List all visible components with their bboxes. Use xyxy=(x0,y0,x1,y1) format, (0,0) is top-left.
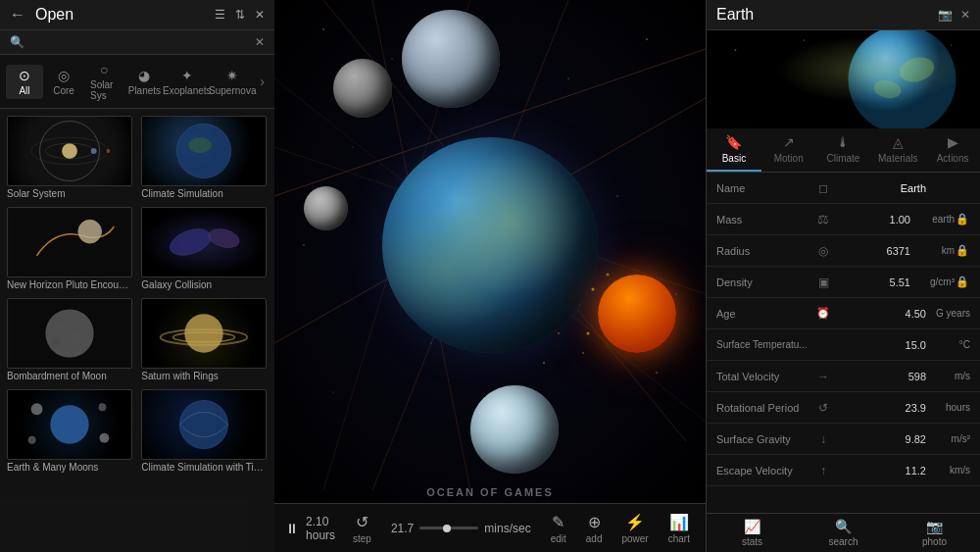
svg-point-17 xyxy=(52,338,60,346)
photo-label: photo xyxy=(922,536,947,547)
scenario-climate-sim[interactable]: Climate Simulation xyxy=(141,116,267,201)
cat-tab-core[interactable]: ◎ Core xyxy=(45,65,82,99)
back-icon[interactable]: ← xyxy=(10,6,25,24)
scenario-label-earth-moons: Earth & Many Moons xyxy=(7,460,132,475)
svg-point-7 xyxy=(189,137,213,153)
tab-climate[interactable]: 🌡 Climate xyxy=(816,128,871,172)
cat-tab-solarsys[interactable]: ○ Solar Sys xyxy=(84,59,123,104)
clear-search-icon[interactable]: ✕ xyxy=(255,35,265,49)
scenario-galaxy[interactable]: Galaxy Collision xyxy=(141,207,267,292)
svg-point-68 xyxy=(804,39,805,40)
btab-photo[interactable]: 📷 photo xyxy=(889,514,980,552)
scenario-saturn[interactable]: Saturn with Rings xyxy=(141,298,267,383)
prop-lock-mass[interactable]: 🔒 xyxy=(955,213,970,226)
scenario-climate2[interactable]: Climate Simulation with Tidally-Locked E… xyxy=(141,389,267,475)
camera-off-icon[interactable]: 📷 xyxy=(938,8,953,22)
pause-button[interactable]: ⏸ xyxy=(284,517,300,540)
svg-point-69 xyxy=(902,59,903,60)
right-panel-title: Earth xyxy=(716,6,938,24)
prop-icon-name: ◻ xyxy=(814,181,832,195)
svg-point-14 xyxy=(45,309,93,357)
scenario-thumb-pluto xyxy=(7,207,132,277)
scenario-label-galaxy: Galaxy Collision xyxy=(141,277,267,292)
edit-label: edit xyxy=(551,533,566,544)
prop-unit-escape-velocity: km/s xyxy=(926,465,970,476)
prop-unit-rotational-period: hours xyxy=(926,402,970,413)
prop-value-total-velocity[interactable]: 598 xyxy=(832,371,926,382)
prop-label-age: Age xyxy=(716,308,814,320)
tab-basic[interactable]: 🔖 Basic xyxy=(707,128,761,172)
tab-materials[interactable]: ◬ Materials xyxy=(870,128,925,172)
basic-tab-label: Basic xyxy=(722,153,746,164)
prop-value-name[interactable]: Earth xyxy=(832,182,926,194)
pin-icon[interactable]: ⇅ xyxy=(235,8,245,22)
scenario-pluto[interactable]: New Horizon Pluto Encounter in 2015 xyxy=(7,207,132,292)
btab-stats[interactable]: 📈 stats xyxy=(707,514,798,552)
planet-moon-top[interactable] xyxy=(402,10,500,108)
svg-point-4 xyxy=(106,149,110,153)
tool-chart[interactable]: 📊 chart xyxy=(668,513,690,544)
svg-point-28 xyxy=(322,28,323,29)
cat-core-icon: ◎ xyxy=(58,68,70,83)
search-input[interactable] xyxy=(30,35,249,49)
svg-point-57 xyxy=(582,352,584,354)
cat-all-label: All xyxy=(19,85,29,96)
cat-tab-all[interactable]: ⊙ All xyxy=(6,65,43,99)
close-left-icon[interactable]: ✕ xyxy=(255,8,265,22)
prop-label-escape-velocity: Escape Velocity xyxy=(716,465,814,477)
cat-tab-exoplanets[interactable]: ✦ Exoplanets xyxy=(165,65,209,99)
planet-gray-tiny[interactable] xyxy=(304,186,348,230)
cat-supernova-icon: ✷ xyxy=(226,68,238,83)
planet-icy[interactable] xyxy=(470,385,559,474)
svg-point-32 xyxy=(646,38,647,39)
step-slider[interactable] xyxy=(419,527,478,529)
tool-add[interactable]: ⊕ add xyxy=(586,513,603,544)
svg-point-58 xyxy=(607,274,610,276)
cat-tab-planets[interactable]: ◕ Planets xyxy=(125,65,163,99)
prop-value-radius[interactable]: 6371 xyxy=(832,245,910,257)
tab-motion[interactable]: ↗ Motion xyxy=(761,128,816,172)
edit-icon: ✎ xyxy=(552,513,564,531)
planet-fire[interactable] xyxy=(598,275,676,353)
tool-edit[interactable]: ✎ edit xyxy=(551,513,566,544)
prop-lock-radius[interactable]: 🔒 xyxy=(955,244,970,257)
main-viewport[interactable] xyxy=(274,0,706,503)
scenario-solar-system[interactable]: Solar System xyxy=(7,116,132,201)
list-icon[interactable]: ☰ xyxy=(215,8,225,22)
planet-earth-main[interactable] xyxy=(382,137,598,353)
left-panel: ← Open ☰ ⇅ ✕ 🔍 ✕ ⊙ All ◎ Core ○ Solar Sy… xyxy=(0,0,274,552)
prop-value-escape-velocity[interactable]: 11.2 xyxy=(832,465,926,477)
svg-point-39 xyxy=(333,392,334,393)
add-label: add xyxy=(586,533,603,544)
prop-value-surface-temp[interactable]: 15.0 xyxy=(832,339,926,351)
prop-icon-escape-velocity: ↑ xyxy=(814,464,832,477)
prop-value-age[interactable]: 4.50 xyxy=(832,308,926,320)
climate-tab-icon: 🌡 xyxy=(836,134,850,150)
chart-label: chart xyxy=(668,533,690,544)
scenario-thumb-solar-system xyxy=(7,116,132,186)
close-right-icon[interactable]: ✕ xyxy=(960,8,970,22)
search-bar: 🔍 ✕ xyxy=(0,30,274,55)
svg-point-72 xyxy=(897,54,937,85)
cat-chevron-icon[interactable]: › xyxy=(256,74,269,89)
right-bottom-tabs: 📈 stats 🔍 search 📷 photo xyxy=(707,513,980,552)
tool-step[interactable]: ↺ step xyxy=(353,513,371,544)
cat-tab-supernova[interactable]: ✷ Supernova xyxy=(211,65,254,99)
search-right-icon: 🔍 xyxy=(835,519,852,534)
tab-actions[interactable]: ▶ Actions xyxy=(925,128,980,172)
prop-lock-density[interactable]: 🔒 xyxy=(955,276,970,288)
prop-value-mass[interactable]: 1.00 xyxy=(832,214,910,226)
stats-label: stats xyxy=(742,536,762,547)
svg-point-23 xyxy=(100,433,110,443)
prop-row-radius: Radius ◎ 6371 km 🔒 xyxy=(707,235,980,267)
planet-gray-small[interactable] xyxy=(333,59,392,118)
btab-search[interactable]: 🔍 search xyxy=(798,514,889,552)
scenario-moon[interactable]: Bombardment of Moon xyxy=(7,298,132,383)
prop-value-density[interactable]: 5.51 xyxy=(832,276,910,288)
scenario-earth-moons[interactable]: Earth & Many Moons xyxy=(7,389,132,475)
prop-value-rotational-period[interactable]: 23.9 xyxy=(832,402,926,414)
tool-power[interactable]: ⚡ power xyxy=(621,513,648,544)
prop-label-name: Name xyxy=(716,182,814,194)
pause-icon: ⏸ xyxy=(285,521,299,536)
prop-value-surface-gravity[interactable]: 9.82 xyxy=(832,433,926,445)
